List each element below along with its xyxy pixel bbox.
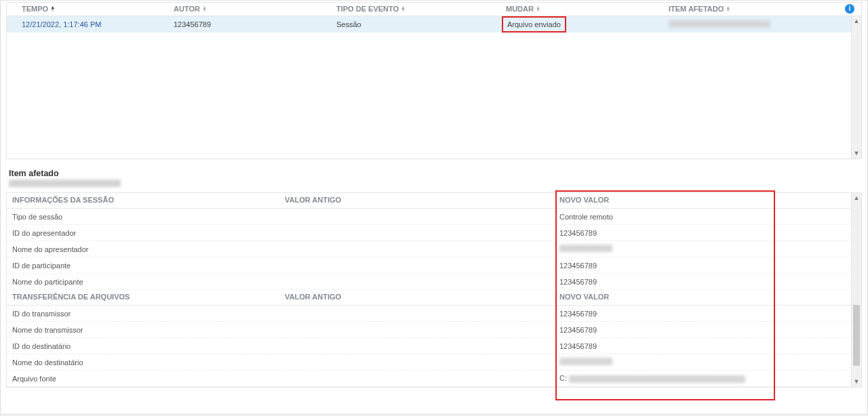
redacted-text xyxy=(559,358,612,365)
cell-new-value: 123456789 xyxy=(559,262,597,270)
col-header-tipo[interactable]: TIPO DE EVENTO ▲▼ xyxy=(332,5,502,13)
cell-tipo: Sessão xyxy=(332,20,502,28)
cell-new-value: 123456789 xyxy=(559,229,597,237)
event-table-body: 12/21/2022, 1:17:46 PM 123456789 Sessão … xyxy=(7,16,861,159)
table-row[interactable]: 12/21/2022, 1:17:46 PM 123456789 Sessão … xyxy=(7,16,861,33)
group-title: TRANSFERÊNCIA DE ARQUIVOS xyxy=(7,293,285,301)
cell-label: Nome do destinatário xyxy=(7,358,285,367)
detail-row: ID do destinatário123456789 xyxy=(7,338,861,354)
col-new-header: NOVO VALOR xyxy=(559,293,860,301)
detail-row: Nome do participante123456789 xyxy=(7,274,861,290)
scroll-up-icon[interactable]: ▲ xyxy=(852,193,861,203)
detail-panel: INFORMAÇÕES DA SESSÃOVALOR ANTIGONOVO VA… xyxy=(6,192,862,388)
sort-icon: ▲▼ xyxy=(202,6,207,12)
detail-row: Nome do apresentador xyxy=(7,241,861,257)
cell-new-value: 123456789 xyxy=(559,278,597,286)
detail-group-header: INFORMAÇÕES DA SESSÃOVALOR ANTIGONOVO VA… xyxy=(7,193,861,209)
cell-new-value: Controle remoto xyxy=(559,213,613,221)
app-frame: TEMPO ▲▼ AUTOR ▲▼ TIPO DE EVENTO ▲▼ MUDA… xyxy=(0,0,868,416)
cell-new-value: 123456789 xyxy=(559,342,597,350)
cell-mudar: Arquivo enviado xyxy=(502,16,665,33)
cell-label: Tipo de sessão xyxy=(7,213,285,221)
col-old-header: VALOR ANTIGO xyxy=(285,196,559,204)
scroll-down-icon[interactable]: ▼ xyxy=(852,377,861,387)
detail-group-header: TRANSFERÊNCIA DE ARQUIVOSVALOR ANTIGONOV… xyxy=(7,290,861,306)
event-table-header: TEMPO ▲▼ AUTOR ▲▼ TIPO DE EVENTO ▲▼ MUDA… xyxy=(7,3,861,16)
col-header-tipo-label: TIPO DE EVENTO xyxy=(336,5,399,13)
redacted-text xyxy=(9,180,121,187)
cell-new-value: C: xyxy=(559,374,567,382)
sort-icon: ▲▼ xyxy=(401,6,406,12)
cell-label: Arquivo fonte xyxy=(7,375,285,383)
col-header-autor-label: AUTOR xyxy=(174,5,200,13)
cell-tempo: 12/21/2022, 1:17:46 PM xyxy=(7,20,170,28)
col-header-tempo[interactable]: TEMPO ▲▼ xyxy=(7,5,170,13)
cell-item xyxy=(665,20,861,29)
cell-label: ID de participante xyxy=(7,262,285,270)
redacted-text xyxy=(669,20,770,28)
detail-row: ID do transmissor123456789 xyxy=(7,306,861,322)
col-new-header: NOVO VALOR xyxy=(559,196,860,204)
highlight-annotation: Arquivo enviado xyxy=(502,16,566,33)
info-icon[interactable]: i xyxy=(845,4,854,14)
col-header-item-label: ITEM AFETADO xyxy=(669,5,724,13)
cell-label: ID do transmissor xyxy=(7,310,285,318)
scroll-thumb[interactable] xyxy=(853,305,860,366)
cell-label: ID do destinatário xyxy=(7,342,285,350)
redacted-text xyxy=(569,375,745,383)
detail-row: ID do apresentador123456789 xyxy=(7,225,861,241)
detail-row: Tipo de sessãoControle remoto xyxy=(7,209,861,225)
group-title: INFORMAÇÕES DA SESSÃO xyxy=(7,196,285,204)
cell-label: Nome do transmissor xyxy=(7,326,285,334)
cell-new-value: 123456789 xyxy=(559,310,597,318)
cell-label: Nome do apresentador xyxy=(7,245,285,253)
sort-icon: ▲▼ xyxy=(726,6,730,12)
event-table: TEMPO ▲▼ AUTOR ▲▼ TIPO DE EVENTO ▲▼ MUDA… xyxy=(6,2,862,159)
detail-row: Arquivo fonteC: xyxy=(7,371,861,387)
scroll-down-icon[interactable]: ▼ xyxy=(852,148,861,159)
scrollbar-vertical[interactable]: ▲ ▼ xyxy=(851,193,861,387)
redacted-text xyxy=(559,245,612,252)
cell-new-value: 123456789 xyxy=(559,326,597,334)
scrollbar-vertical[interactable]: ▲ ▼ xyxy=(851,16,861,159)
detail-row: Nome do transmissor123456789 xyxy=(7,322,861,338)
detail-panel-body: INFORMAÇÕES DA SESSÃOVALOR ANTIGONOVO VA… xyxy=(7,193,861,387)
col-header-tempo-label: TEMPO xyxy=(22,5,48,13)
section-title: Item afetado xyxy=(9,169,862,178)
sort-icon: ▲▼ xyxy=(536,6,540,12)
detail-row: ID de participante123456789 xyxy=(7,257,861,274)
col-header-mudar[interactable]: MUDAR ▲▼ xyxy=(502,5,665,13)
sort-icon: ▲▼ xyxy=(50,6,55,12)
col-header-mudar-label: MUDAR xyxy=(506,5,534,13)
scroll-up-icon[interactable]: ▲ xyxy=(852,16,861,26)
detail-row: Nome do destinatário xyxy=(7,354,861,371)
col-header-item[interactable]: ITEM AFETADO ▲▼ xyxy=(665,5,861,13)
cell-autor: 123456789 xyxy=(170,20,332,28)
col-header-autor[interactable]: AUTOR ▲▼ xyxy=(170,5,332,13)
col-old-header: VALOR ANTIGO xyxy=(285,293,559,301)
cell-label: ID do apresentador xyxy=(7,229,285,237)
cell-label: Nome do participante xyxy=(7,278,285,286)
